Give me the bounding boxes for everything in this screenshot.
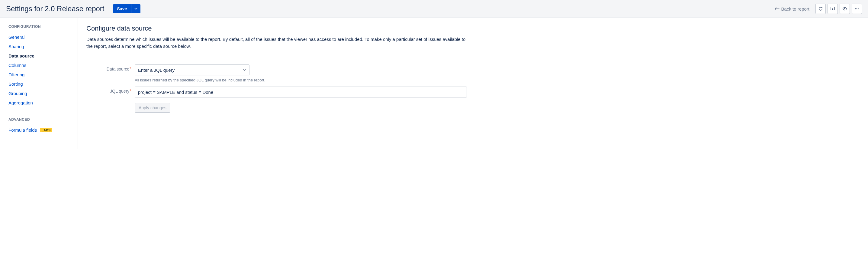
data-source-select[interactable]: Enter a JQL query [135, 64, 249, 75]
refresh-icon [818, 6, 823, 11]
sidebar-item-data-source[interactable]: Data source [8, 51, 78, 60]
sidebar-group-configuration: CONFIGURATION [8, 25, 78, 29]
jql-query-label: JQL query* [86, 87, 135, 93]
back-to-report-label: Back to report [781, 6, 809, 11]
jql-query-row: JQL query* [86, 87, 860, 98]
data-source-help-text: All issues returned by the specified JQL… [135, 78, 860, 82]
visibility-button[interactable] [840, 4, 850, 14]
sidebar-item-label: Formula fields [8, 128, 37, 133]
labs-badge: LABS [40, 128, 52, 132]
main-title: Configure data source [86, 25, 860, 32]
svg-point-3 [858, 8, 859, 9]
sidebar-advanced-list: Formula fields LABS [8, 125, 78, 135]
eye-icon [842, 6, 847, 11]
refresh-button[interactable] [815, 4, 826, 14]
apply-changes-button[interactable]: Apply changes [135, 103, 170, 113]
chevron-down-icon [243, 69, 246, 71]
chevron-down-icon [134, 8, 137, 10]
main-description: Data sources determine which issues will… [86, 36, 467, 50]
sidebar-item-formula-fields[interactable]: Formula fields LABS [8, 125, 78, 135]
sidebar-item-aggregation[interactable]: Aggregation [8, 98, 78, 107]
data-source-row: Data source* Enter a JQL query All issue… [86, 64, 860, 82]
data-source-select-value: Enter a JQL query [138, 68, 175, 73]
sidebar-item-grouping[interactable]: Grouping [8, 89, 78, 98]
jql-query-field [135, 87, 860, 98]
main-content: Configure data source Data sources deter… [78, 18, 868, 149]
sidebar-config-list: General Sharing Data source Columns Filt… [8, 32, 78, 107]
data-source-field: Enter a JQL query All issues returned by… [135, 64, 860, 82]
svg-point-0 [844, 8, 845, 9]
required-star: * [130, 89, 131, 93]
save-button[interactable]: Save [113, 4, 131, 13]
data-source-label: Data source* [86, 64, 135, 72]
apply-row: Apply changes [86, 102, 860, 113]
jql-query-label-text: JQL query [110, 89, 129, 93]
apply-field: Apply changes [135, 102, 860, 113]
sidebar-item-columns[interactable]: Columns [8, 60, 78, 70]
sidebar-group-advanced: ADVANCED [8, 117, 78, 122]
required-star: * [130, 66, 131, 71]
sidebar-item-filtering[interactable]: Filtering [8, 70, 78, 79]
page-header: Settings for 2.0 Release report Save Bac… [0, 0, 868, 18]
svg-point-1 [855, 8, 856, 9]
export-button[interactable] [828, 4, 838, 14]
jql-query-input[interactable] [135, 87, 467, 98]
page-title: Settings for 2.0 Release report [6, 4, 104, 13]
more-actions-button[interactable] [852, 4, 862, 14]
page-body: CONFIGURATION General Sharing Data sourc… [0, 18, 868, 149]
more-icon [855, 6, 859, 11]
sidebar-item-general[interactable]: General [8, 32, 78, 42]
sidebar-item-sharing[interactable]: Sharing [8, 42, 78, 51]
save-dropdown-button[interactable] [131, 4, 141, 13]
form-separator [78, 56, 868, 56]
back-to-report-link[interactable]: Back to report [774, 6, 809, 11]
sidebar: CONFIGURATION General Sharing Data sourc… [0, 18, 78, 149]
svg-point-2 [857, 8, 858, 9]
data-source-label-text: Data source [106, 66, 129, 72]
back-arrow-icon [774, 7, 779, 10]
export-icon [830, 6, 835, 11]
apply-label-spacer [86, 102, 135, 104]
sidebar-item-sorting[interactable]: Sorting [8, 79, 78, 89]
save-button-group: Save [113, 4, 141, 13]
